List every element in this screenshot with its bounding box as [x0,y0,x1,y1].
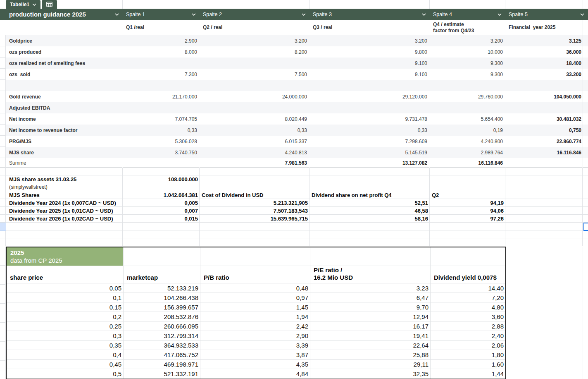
value-cell[interactable]: 24.000.000 [200,91,309,102]
value-cell[interactable]: 13.127.082 [309,158,430,168]
value-cell[interactable] [309,168,430,175]
value-cell[interactable]: 0,19 [430,125,505,136]
empty-cell[interactable] [310,247,431,266]
value-cell[interactable] [123,223,200,230]
row-label-cell[interactable]: MJS Shares [6,191,123,199]
column-header-spalte4[interactable]: Spalte 4 [430,9,505,20]
header-marketcap[interactable]: marketcap [124,266,200,283]
value-cell[interactable]: 16.116.846 [430,158,505,168]
value-cell[interactable] [123,183,200,191]
row-label-cell[interactable] [6,80,123,91]
column-header-spalte5[interactable]: Spalte 5 [505,9,588,20]
fy-value-cell[interactable] [505,80,583,91]
value-cell[interactable]: 0,5 [7,369,124,379]
fy-value-cell[interactable]: 22.860.774 [505,136,583,147]
value-cell[interactable] [200,58,309,69]
row-label-cell[interactable] [6,223,123,230]
value-cell[interactable]: 29.760.000 [430,91,505,102]
value-cell[interactable]: 3.200 [200,35,309,46]
value-cell[interactable]: 1,44 [431,369,505,379]
row-label-cell[interactable]: Net income to revenue factor [6,125,123,136]
empty-cell[interactable] [583,102,588,113]
header-pe-ratio[interactable]: P/E ratio / 16.2 Mio USD [310,266,431,283]
value-cell[interactable]: 6.015.337 [200,136,309,147]
value-cell[interactable]: 4,84 [200,369,310,379]
value-cell[interactable]: 46,58 [309,207,430,214]
empty-cell[interactable] [583,199,588,206]
subheader-q4[interactable]: Q4 / estimate factor from Q4/23 [430,20,505,35]
value-cell[interactable]: 0,33 [309,125,430,136]
value-cell[interactable]: Cost of Dividend in USD [200,191,309,199]
value-cell[interactable] [123,80,200,91]
value-cell[interactable]: 25,88 [310,350,431,360]
empty-cell[interactable] [505,223,583,230]
fy-value-cell[interactable]: 33.200 [505,69,583,80]
value-cell[interactable]: 469.198.971 [124,360,200,369]
value-cell[interactable]: 2.989.764 [430,147,505,158]
value-cell[interactable]: 15.639.965,715 [200,215,309,222]
empty-cell[interactable] [505,199,583,206]
empty-cell[interactable] [583,215,588,222]
value-cell[interactable]: 6,47 [310,293,431,302]
chevron-down-icon[interactable] [32,3,36,6]
header-pb-ratio[interactable]: P/B ratio [200,266,310,283]
row-label-cell[interactable] [6,230,123,238]
fy-value-cell[interactable]: 104.050.000 [505,91,583,102]
chevron-down-icon[interactable] [422,13,426,16]
row-label-cell[interactable]: (simplywallstreet) [6,183,123,191]
chevron-down-icon[interactable] [115,13,119,16]
value-cell[interactable]: 108.000.000 [123,175,200,183]
value-cell[interactable]: 0,48 [200,283,310,293]
value-cell[interactable]: 94,19 [430,199,505,206]
empty-cell[interactable] [505,183,583,191]
value-cell[interactable] [430,230,505,238]
empty-cell[interactable] [505,238,583,246]
value-cell[interactable]: 3,23 [310,283,431,293]
value-cell[interactable] [430,80,505,91]
empty-cell[interactable] [583,175,588,183]
value-cell[interactable]: 9.100 [309,69,430,80]
value-cell[interactable]: 7.298.609 [309,136,430,147]
value-cell[interactable]: 58,16 [309,215,430,222]
value-cell[interactable]: 7,20 [431,293,505,302]
value-cell[interactable]: 0,45 [7,360,124,369]
value-cell[interactable]: 0,15 [7,302,124,312]
value-cell[interactable]: 0,97 [200,293,310,302]
value-cell[interactable]: Q2 [430,191,505,199]
value-cell[interactable] [200,223,309,230]
fy-value-cell[interactable]: 3.125 [505,35,583,46]
row-label-cell[interactable]: Goldprice [6,35,123,46]
row-label-cell[interactable]: ozs sold [6,69,123,80]
value-cell[interactable]: 32,35 [310,369,431,379]
value-cell[interactable] [123,168,200,175]
value-cell[interactable]: 16,17 [310,321,431,331]
value-cell[interactable]: 5.306.028 [123,136,200,147]
value-cell[interactable]: 29.120.000 [309,91,430,102]
fy-value-cell[interactable]: 36.000 [505,46,583,58]
value-cell[interactable]: 97,26 [430,215,505,222]
row-label-cell[interactable] [6,168,123,175]
value-cell[interactable]: 7.507.183,543 [200,207,309,214]
value-cell[interactable]: 4.240.800 [430,136,505,147]
subheader-extra-cell[interactable] [583,20,588,35]
value-cell[interactable]: 2,90 [200,331,310,341]
subheader-empty-cell[interactable] [6,20,123,35]
value-cell[interactable]: 0,005 [123,199,200,206]
subheader-q3[interactable]: Q3 / real [309,20,430,35]
value-cell[interactable]: 0,33 [200,125,309,136]
row-label-cell[interactable]: Dividende Year 2026 (1x 0,02CAD ~ USD) [6,215,123,222]
fy-value-cell[interactable] [505,158,583,168]
fy-value-cell[interactable]: 0,750 [505,125,583,136]
empty-cell[interactable] [583,238,588,246]
value-cell[interactable]: 0,33 [123,125,200,136]
value-cell[interactable]: 22,64 [310,341,431,350]
value-cell[interactable] [200,230,309,238]
value-cell[interactable]: 1,94 [200,312,310,321]
empty-cell[interactable] [583,46,588,58]
header-share-price[interactable]: share price [7,266,124,283]
row-label-cell[interactable]: ozs produced [6,46,123,58]
value-cell[interactable]: 2,40 [431,331,505,341]
empty-cell[interactable] [583,125,588,136]
subheader-fy[interactable]: Financial year 2025 [505,20,583,35]
row-header-sliver[interactable] [0,247,6,379]
